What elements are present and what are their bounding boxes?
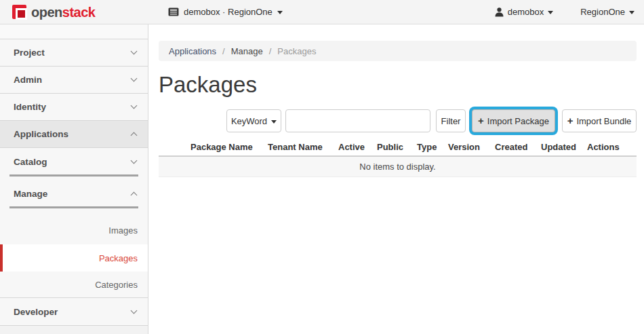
sidebar-item-project[interactable]: Project — [0, 39, 148, 67]
sidebar-item-label: Categories — [95, 280, 138, 290]
sidebar-item-label: Project — [14, 48, 45, 58]
topbar-right-menus: demobox RegionOne — [495, 7, 635, 17]
column-header-package-name[interactable]: Package Name — [190, 142, 268, 152]
chevron-down-icon — [131, 75, 138, 82]
chevron-up-icon — [131, 132, 138, 139]
top-navbar: openstack demobox · RegionOne demobox Re… — [0, 0, 644, 24]
plus-icon: + — [478, 115, 484, 126]
section-underline — [9, 174, 138, 177]
column-header-public[interactable]: Public — [377, 142, 417, 152]
context-switcher-label: demobox · RegionOne — [184, 7, 273, 17]
page-layout: Project Admin Identity Applications Cata… — [0, 24, 644, 334]
caret-down-icon — [629, 11, 635, 14]
user-icon — [495, 7, 504, 17]
sidebar-item-label: Developer — [14, 307, 58, 317]
chevron-down-icon — [131, 307, 138, 314]
page-title: Packages — [159, 72, 637, 98]
search-input[interactable] — [285, 109, 430, 132]
import-bundle-button[interactable]: + Import Bundle — [562, 109, 637, 132]
project-region-switcher[interactable]: demobox · RegionOne — [168, 7, 283, 17]
sidebar-item-packages[interactable]: Packages — [0, 244, 148, 272]
breadcrumb: Applications / Manage / Packages — [159, 41, 637, 61]
keyword-dropdown-label: KeyWord — [231, 116, 267, 126]
sidebar-top-spacer — [0, 24, 148, 39]
main-content: Applications / Manage / Packages Package… — [148, 24, 644, 334]
packages-table-header: Package Name Tenant Name Active Public T… — [159, 138, 637, 155]
import-package-button[interactable]: + Import Package — [472, 109, 555, 132]
breadcrumb-separator: / — [269, 46, 272, 56]
keyword-filter-dropdown[interactable]: KeyWord — [226, 109, 281, 132]
openstack-logo[interactable]: openstack — [12, 5, 95, 19]
sidebar-item-label: Catalog — [14, 157, 47, 167]
sidebar-item-images[interactable]: Images — [0, 216, 148, 244]
filter-button[interactable]: Filter — [436, 109, 466, 132]
caret-down-icon — [277, 11, 283, 14]
breadcrumb-link-applications[interactable]: Applications — [169, 46, 216, 56]
openstack-logo-text: openstack — [31, 5, 95, 19]
empty-message: No items to display. — [359, 162, 435, 172]
column-header-updated[interactable]: Updated — [541, 142, 587, 152]
sidebar-item-label: Admin — [14, 75, 42, 85]
logo-stack-text: stack — [62, 5, 96, 20]
sidebar-item-catalog[interactable]: Catalog — [0, 148, 148, 180]
column-header-type[interactable]: Type — [417, 142, 448, 152]
sidebar-item-label: Manage — [14, 189, 47, 199]
openstack-cube-icon — [12, 5, 26, 19]
sidebar-item-admin[interactable]: Admin — [0, 67, 148, 94]
sidebar-item-label: Identity — [14, 102, 46, 112]
column-header-tenant-name[interactable]: Tenant Name — [268, 142, 338, 152]
chevron-up-icon — [131, 192, 138, 199]
chevron-down-icon — [131, 103, 138, 109]
sidebar: Project Admin Identity Applications Cata… — [0, 24, 148, 334]
plus-icon: + — [567, 115, 573, 126]
filter-button-label: Filter — [441, 116, 461, 126]
chevron-down-icon — [131, 48, 138, 55]
region-menu-label: RegionOne — [580, 7, 625, 17]
sidebar-item-categories[interactable]: Categories — [0, 272, 148, 297]
caret-down-icon — [548, 11, 553, 14]
sidebar-item-manage[interactable]: Manage — [0, 180, 148, 216]
table-empty-row: No items to display. — [159, 155, 637, 177]
column-header-active[interactable]: Active — [338, 142, 377, 152]
sidebar-bottom-filler — [0, 326, 148, 334]
column-header-version[interactable]: Version — [448, 142, 495, 152]
region-menu[interactable]: RegionOne — [580, 7, 635, 17]
logo-open-text: open — [31, 5, 62, 20]
list-alt-icon — [168, 7, 179, 16]
caret-down-icon — [271, 120, 277, 124]
sidebar-item-applications[interactable]: Applications — [0, 121, 148, 148]
user-menu[interactable]: demobox — [495, 7, 553, 17]
sidebar-item-label: Images — [108, 225, 138, 236]
user-menu-label: demobox — [508, 7, 544, 17]
sidebar-item-label: Packages — [99, 253, 138, 263]
import-package-label: Import Package — [487, 116, 549, 126]
breadcrumb-separator: / — [222, 46, 225, 56]
breadcrumb-link-manage[interactable]: Manage — [231, 46, 263, 56]
column-header-created[interactable]: Created — [495, 142, 541, 152]
table-toolbar: KeyWord Filter + Import Package + Import… — [159, 109, 637, 132]
breadcrumb-current: Packages — [277, 46, 316, 56]
chevron-down-icon — [131, 157, 138, 164]
sidebar-item-label: Applications — [14, 129, 68, 139]
import-bundle-label: Import Bundle — [576, 116, 631, 126]
sidebar-item-developer[interactable]: Developer — [0, 297, 148, 326]
section-underline — [9, 206, 138, 208]
column-header-actions[interactable]: Actions — [587, 142, 629, 152]
sidebar-item-identity[interactable]: Identity — [0, 94, 148, 121]
